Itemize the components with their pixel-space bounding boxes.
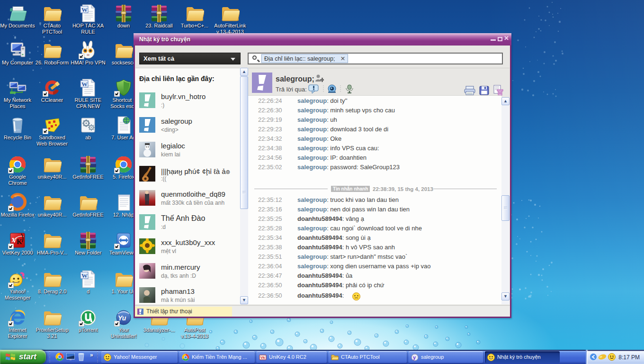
svg-text:y: y bbox=[413, 355, 416, 360]
svg-text:Vk: Vk bbox=[260, 355, 265, 360]
